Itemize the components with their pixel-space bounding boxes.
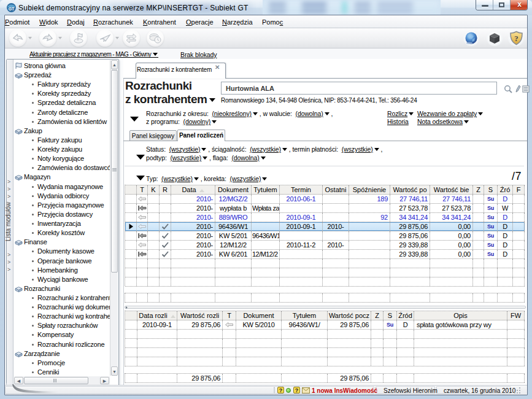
svg-text:?: ? — [514, 34, 519, 43]
svg-text:GT: GT — [9, 7, 15, 11]
